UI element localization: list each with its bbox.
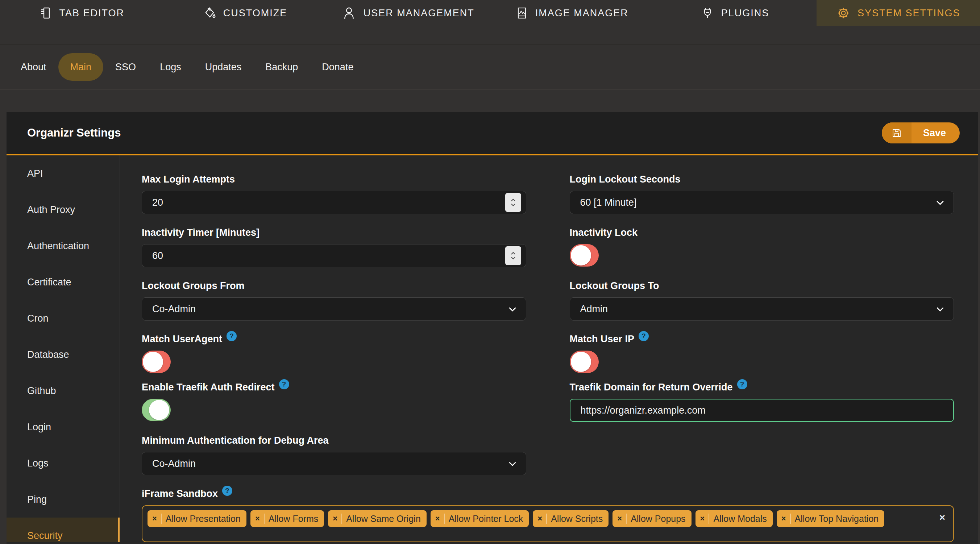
- iframe-sandbox-tagbox[interactable]: ×Allow Presentation×Allow Forms×Allow Sa…: [142, 505, 954, 542]
- field-label-text: Enable Traefik Auth Redirect: [142, 381, 275, 393]
- subnav-tab-about[interactable]: About: [9, 53, 58, 81]
- remove-tag-icon[interactable]: ×: [700, 514, 705, 523]
- topnav-item-label: PLUGINS: [721, 8, 770, 19]
- help-icon[interactable]: ?: [737, 379, 747, 389]
- subnav-tab-logs[interactable]: Logs: [148, 53, 193, 81]
- plugins-icon: [701, 6, 714, 19]
- topnav-item-user-management[interactable]: USER MANAGEMENT: [326, 0, 490, 26]
- field-label-text: Match UserAgent: [142, 333, 222, 345]
- chevron-down-icon: [936, 307, 944, 311]
- chevron-down-icon: [509, 462, 517, 466]
- image-manager-icon: [515, 6, 528, 19]
- number-spinner-icon[interactable]: [505, 246, 521, 265]
- sidebar-item-github[interactable]: Github: [6, 373, 119, 409]
- topnav-item-customize[interactable]: CUSTOMIZE: [164, 0, 327, 26]
- remove-tag-icon[interactable]: ×: [781, 514, 786, 523]
- field-label-text: Lockout Groups From: [142, 280, 245, 292]
- match-useragent-toggle[interactable]: [142, 351, 171, 373]
- save-button-label: Save: [912, 122, 960, 143]
- subnav-tab-updates[interactable]: Updates: [193, 53, 254, 81]
- save-button[interactable]: Save: [882, 122, 960, 143]
- toggle-knob: [149, 400, 169, 420]
- tag-label: Allow Pointer Lock: [449, 514, 523, 524]
- tag-separator: [444, 514, 445, 524]
- number-spinner-icon[interactable]: [505, 193, 521, 212]
- clear-tags-icon[interactable]: ×: [936, 510, 947, 523]
- remove-tag-icon[interactable]: ×: [435, 514, 440, 523]
- match-user-ip-toggle[interactable]: [570, 351, 599, 373]
- field-max-login-attempts: Max Login Attempts: [142, 173, 526, 214]
- login-lockout-seconds-select[interactable]: 60 [1 Minute]: [570, 191, 954, 214]
- topnav-item-tab-editor[interactable]: TAB EDITOR: [0, 0, 164, 26]
- remove-tag-icon[interactable]: ×: [617, 514, 622, 523]
- field-label: Match User IP ?: [570, 333, 954, 345]
- tag-label: Allow Modals: [713, 514, 767, 524]
- topnav-item-label: TAB EDITOR: [59, 8, 125, 19]
- sidebar-item-api[interactable]: API: [6, 155, 119, 192]
- field-spacer: [570, 435, 954, 475]
- field-label-text: Minimum Authentication for Debug Area: [142, 435, 329, 446]
- tag-separator: [626, 514, 627, 524]
- sidebar-item-cron[interactable]: Cron: [6, 300, 119, 336]
- min-auth-debug-select[interactable]: Co-Admin: [142, 452, 526, 475]
- sidebar-item-login[interactable]: Login: [6, 409, 119, 445]
- help-icon[interactable]: ?: [279, 379, 289, 389]
- lockout-groups-to-select[interactable]: Admin: [570, 297, 954, 320]
- subnav-tab-backup[interactable]: Backup: [253, 53, 310, 81]
- sidebar-item-database[interactable]: Database: [6, 336, 119, 373]
- inactivity-timer-input[interactable]: [142, 244, 526, 267]
- tag-separator: [546, 514, 547, 524]
- max-login-attempts-wrap: [142, 191, 526, 214]
- enable-traefik-auth-redirect-toggle[interactable]: [142, 399, 171, 421]
- topnav-item-label: IMAGE MANAGER: [535, 8, 628, 19]
- toggle-knob: [571, 245, 591, 265]
- tag-separator: [341, 514, 342, 524]
- topnav-item-image-manager[interactable]: IMAGE MANAGER: [490, 0, 654, 26]
- field-lockout-groups-from: Lockout Groups From Co-Admin: [142, 280, 526, 320]
- field-label: Lockout Groups From: [142, 280, 526, 292]
- remove-tag-icon[interactable]: ×: [333, 514, 337, 523]
- field-label-text: Traefik Domain for Return Override: [570, 381, 733, 393]
- sidebar-item-auth-proxy[interactable]: Auth Proxy: [6, 192, 119, 228]
- field-iframe-sandbox: iFrame Sandbox ? ×Allow Presentation×All…: [142, 488, 954, 542]
- help-icon[interactable]: ?: [639, 331, 649, 341]
- sandbox-tag-allow-forms: ×Allow Forms: [250, 510, 324, 527]
- lockout-groups-from-select[interactable]: Co-Admin: [142, 297, 526, 320]
- field-lockout-groups-to: Lockout Groups To Admin: [570, 280, 954, 320]
- inactivity-lock-toggle[interactable]: [570, 244, 599, 266]
- field-login-lockout-seconds: Login Lockout Seconds 60 [1 Minute]: [570, 173, 954, 214]
- field-enable-traefik-auth-redirect: Enable Traefik Auth Redirect ?: [142, 381, 526, 426]
- help-icon[interactable]: ?: [226, 331, 237, 341]
- topnav-item-plugins[interactable]: PLUGINS: [654, 0, 817, 26]
- field-label: Inactivity Lock: [570, 227, 954, 238]
- field-inactivity-timer: Inactivity Timer [Minutes]: [142, 227, 526, 267]
- field-min-auth-debug: Minimum Authentication for Debug Area Co…: [142, 435, 526, 475]
- remove-tag-icon[interactable]: ×: [152, 514, 157, 523]
- remove-tag-icon[interactable]: ×: [538, 514, 542, 523]
- tag-label: Allow Top Navigation: [795, 514, 879, 524]
- remove-tag-icon[interactable]: ×: [255, 514, 260, 523]
- tag-label: Allow Same Origin: [346, 514, 421, 524]
- sidebar-item-logs[interactable]: Logs: [6, 445, 119, 481]
- help-icon[interactable]: ?: [222, 486, 232, 496]
- top-navigation: TAB EDITORCUSTOMIZEUSER MANAGEMENTIMAGE …: [0, 0, 980, 44]
- sidebar-item-ping[interactable]: Ping: [6, 481, 119, 517]
- sandbox-tag-allow-modals: ×Allow Modals: [695, 510, 773, 527]
- field-label: Inactivity Timer [Minutes]: [142, 227, 526, 238]
- tag-separator: [708, 514, 709, 524]
- traefik-domain-input[interactable]: [570, 399, 954, 422]
- chevron-down-icon: [936, 200, 944, 205]
- topnav-item-label: USER MANAGEMENT: [364, 8, 474, 19]
- subnav-tab-donate[interactable]: Donate: [310, 53, 365, 81]
- max-login-attempts-input[interactable]: [142, 191, 526, 214]
- sidebar-item-security[interactable]: Security: [6, 517, 120, 542]
- tag-label: Allow Forms: [269, 514, 318, 524]
- field-label-text: Inactivity Timer [Minutes]: [142, 227, 259, 238]
- topnav-item-system-settings[interactable]: SYSTEM SETTINGS: [816, 0, 980, 26]
- sidebar-item-certificate[interactable]: Certificate: [6, 264, 119, 300]
- subnav-tab-sso[interactable]: SSO: [103, 53, 148, 81]
- field-label: Minimum Authentication for Debug Area: [142, 435, 526, 446]
- subnav-tab-main[interactable]: Main: [58, 53, 103, 81]
- sidebar-item-authentication[interactable]: Authentication: [6, 228, 119, 264]
- page-title: Organizr Settings: [27, 127, 121, 140]
